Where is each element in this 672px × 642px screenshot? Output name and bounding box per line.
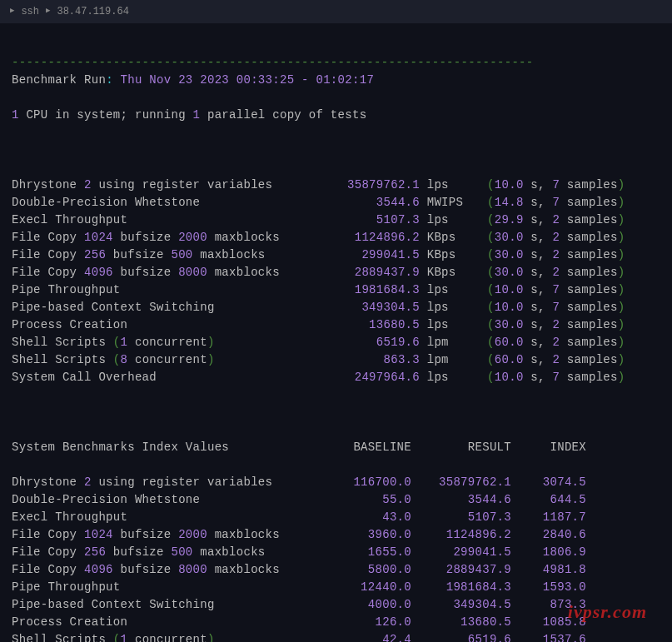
index-result: 1124896.2 [411,526,511,544]
index-row: Pipe-based Context Switching4000.0349304… [12,596,660,614]
index-name: Pipe-based Context Switching [12,596,328,614]
breadcrumb-arrow-icon: ▶ [46,6,50,17]
test-value: 299041.5 [328,246,420,264]
test-row: Shell Scripts (8 concurrent)863.3 lpm (6… [12,351,660,369]
index-value: 4981.8 [511,561,586,579]
index-result: 349304.5 [411,596,511,614]
cpu-info-line: 1 CPU in system; running 1 parallel copy… [12,107,660,124]
index-name: Dhrystone 2 using register variables [12,474,328,491]
test-row: Shell Scripts (1 concurrent)6519.6 lpm (… [12,334,660,351]
test-unit: KBps [420,246,465,264]
test-row: Process Creation13680.5 lps (30.0 s, 2 s… [12,316,660,334]
test-value: 6519.6 [328,334,420,351]
test-row: Double-Precision Whetstone3544.6 MWIPS (… [12,194,660,212]
index-name: Double-Precision Whetstone [12,491,328,509]
index-value: 644.5 [511,491,586,509]
tests-block: Dhrystone 2 using register variables3587… [12,177,660,386]
index-name: File Copy 4096 bufsize 8000 maxblocks [12,561,328,579]
index-result: 1981684.3 [411,579,511,596]
index-result: 299041.5 [411,544,511,561]
index-value: 1593.0 [511,579,586,596]
index-baseline: 42.4 [328,631,411,642]
test-row: Pipe Throughput1981684.3 lps (10.0 s, 7 … [12,281,660,299]
watermark: ivpsr.com [568,598,647,625]
test-row: File Copy 1024 bufsize 2000 maxblocks112… [12,229,660,246]
test-meta: (30.0 s, 2 samples) [465,316,625,334]
index-baseline: 1655.0 [328,544,411,561]
test-meta: (14.8 s, 7 samples) [465,194,625,212]
test-unit: lps [420,369,465,386]
index-baseline: 5800.0 [328,561,411,579]
test-row: File Copy 256 bufsize 500 maxblocks29904… [12,246,660,264]
test-meta: (10.0 s, 7 samples) [465,281,625,299]
test-name: Double-Precision Whetstone [12,194,328,212]
test-meta: (10.0 s, 7 samples) [465,177,625,194]
test-name: Shell Scripts (1 concurrent) [12,334,328,351]
index-baseline: 55.0 [328,491,411,509]
test-unit: MWIPS [420,194,465,212]
index-row: Shell Scripts (1 concurrent)42.46519.615… [12,631,660,642]
index-header-row: System Benchmarks Index ValuesBASELINERE… [12,439,660,456]
index-baseline: 43.0 [328,509,411,526]
index-result: 35879762.1 [411,474,511,491]
test-value: 3544.6 [328,194,420,212]
test-name: Dhrystone 2 using register variables [12,177,328,194]
index-result: 6519.6 [411,631,511,642]
test-value: 5107.3 [328,212,420,229]
col-index: INDEX [511,439,586,456]
index-result: 3544.6 [411,491,511,509]
index-value: 3074.5 [511,474,586,491]
test-unit: lps [420,299,465,316]
test-name: File Copy 1024 bufsize 2000 maxblocks [12,229,328,246]
divider-line: ----------------------------------------… [12,56,534,69]
index-value: 1187.7 [511,509,586,526]
index-name: Execl Throughput [12,509,328,526]
terminal-output[interactable]: ----------------------------------------… [0,23,672,642]
test-name: Pipe-based Context Switching [12,299,328,316]
index-result: 13680.5 [411,614,511,631]
run-time: Thu Nov 23 2023 00:33:25 - 01:02:17 [121,73,375,87]
test-value: 2889437.9 [328,264,420,281]
test-name: Execl Throughput [12,212,328,229]
index-name: File Copy 1024 bufsize 2000 maxblocks [12,526,328,544]
index-row: Execl Throughput43.05107.31187.7 [12,509,660,526]
test-unit: KBps [420,264,465,281]
test-name: Pipe Throughput [12,281,328,299]
index-value: 2840.6 [511,526,586,544]
test-meta: (60.0 s, 2 samples) [465,351,625,369]
index-result: 2889437.9 [411,561,511,579]
test-unit: lps [420,316,465,334]
test-unit: lps [420,177,465,194]
test-meta: (29.9 s, 2 samples) [465,212,625,229]
test-value: 2497964.6 [328,369,420,386]
test-row: Dhrystone 2 using register variables3587… [12,177,660,194]
index-name: Shell Scripts (1 concurrent) [12,631,328,642]
test-value: 35879762.1 [328,177,420,194]
test-name: Process Creation [12,316,328,334]
index-row: File Copy 1024 bufsize 2000 maxblocks396… [12,526,660,544]
index-block: Dhrystone 2 using register variables1167… [12,474,660,642]
test-meta: (30.0 s, 2 samples) [465,264,625,281]
index-baseline: 4000.0 [328,596,411,614]
test-unit: lps [420,212,465,229]
test-meta: (60.0 s, 2 samples) [465,334,625,351]
test-value: 349304.5 [328,299,420,316]
col-baseline: BASELINE [328,439,411,456]
index-row: File Copy 4096 bufsize 8000 maxblocks580… [12,561,660,579]
test-name: File Copy 4096 bufsize 8000 maxblocks [12,264,328,281]
test-name: File Copy 256 bufsize 500 maxblocks [12,246,328,264]
test-value: 13680.5 [328,316,420,334]
index-name: File Copy 256 bufsize 500 maxblocks [12,544,328,561]
index-title: System Benchmarks Index Values [12,439,328,456]
test-unit: lpm [420,351,465,369]
test-unit: KBps [420,229,465,246]
index-baseline: 116700.0 [328,474,411,491]
parallel-count: 1 [193,108,201,122]
test-value: 863.3 [328,351,420,369]
run-label: Benchmark Run [12,73,106,87]
test-name: Shell Scripts (8 concurrent) [12,351,328,369]
index-value: 1537.6 [511,631,586,642]
test-meta: (10.0 s, 7 samples) [465,369,625,386]
test-meta: (10.0 s, 7 samples) [465,299,625,316]
index-name: Process Creation [12,614,328,631]
